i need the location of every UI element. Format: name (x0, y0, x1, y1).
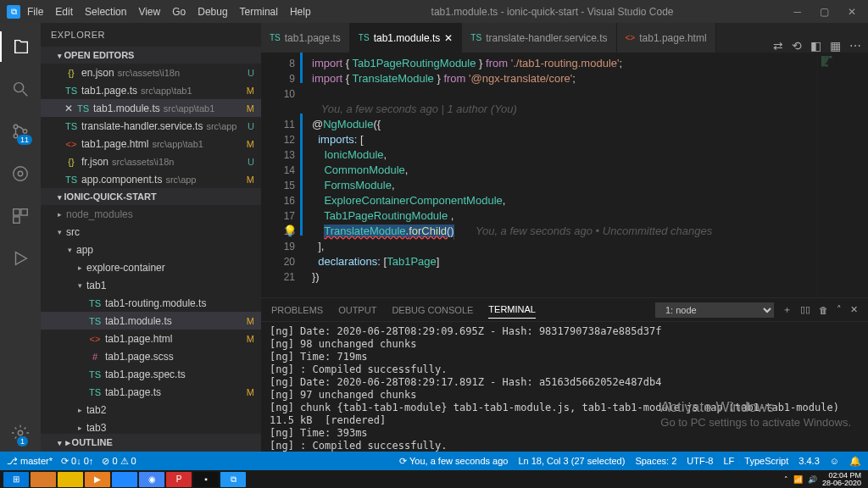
maximize-panel-icon[interactable]: ˄ (837, 304, 842, 315)
editor-tab[interactable]: TStranslate-handler.service.ts (462, 23, 616, 53)
editor-tab[interactable]: TStab1.page.ts (261, 23, 350, 53)
tree-item[interactable]: ▸node_modules (41, 205, 261, 223)
taskbar-item[interactable] (31, 472, 56, 487)
minimize-icon[interactable]: ─ (793, 6, 801, 18)
taskbar-vscode[interactable]: ⧉ (220, 472, 246, 487)
close-tab-icon[interactable]: ✕ (444, 32, 453, 44)
panel-header: PROBLEMSOUTPUTDEBUG CONSOLETERMINAL1: no… (261, 298, 868, 322)
tree-item[interactable]: TStab1-routing.module.ts (41, 294, 261, 312)
eol[interactable]: LF (723, 456, 734, 466)
menu-help[interactable]: Help (290, 6, 311, 18)
svg-rect-9 (14, 217, 19, 223)
taskbar-item[interactable]: ▶ (85, 472, 110, 487)
close-panel-icon[interactable]: ✕ (850, 304, 858, 315)
extensions-icon[interactable] (0, 201, 41, 231)
cursor-position[interactable]: Ln 18, Col 3 (27 selected) (518, 456, 625, 466)
menu-file[interactable]: File (27, 6, 43, 18)
editor-code[interactable]: 89101112131415161718192021 import { Tab1… (261, 53, 868, 297)
tree-item[interactable]: <>tab1.page.htmlM (41, 330, 261, 347)
tree-item[interactable]: ▸explore-container (41, 258, 261, 276)
system-tray[interactable]: ˄ 📶 🔊 02:04 PM28-06-2020 (784, 472, 865, 487)
tray-volume-icon[interactable]: 🔊 (808, 475, 817, 484)
open-editor-item[interactable]: TSapp.component.tssrc\appM (41, 170, 261, 188)
taskbar-item[interactable] (58, 472, 83, 487)
kill-terminal-icon[interactable]: 🗑 (819, 305, 828, 315)
code-lines[interactable]: import { Tab1PageRoutingModule } from '.… (305, 53, 817, 297)
open-editors-section[interactable]: OPEN EDITORS (41, 47, 261, 64)
indentation[interactable]: Spaces: 2 (635, 456, 676, 466)
tree-item[interactable]: TStab1.page.tsM (41, 383, 261, 401)
tree-item[interactable]: TStab1.page.spec.ts (41, 365, 261, 383)
taskbar-item[interactable] (112, 472, 137, 487)
debug-icon[interactable] (0, 158, 41, 189)
taskbar: ⊞ ▶ ◉ P ▪ ⧉ ˄ 📶 🔊 02:04 PM28-06-2020 (0, 470, 868, 488)
bell-icon[interactable]: 🔔 (849, 456, 861, 467)
status-bar: ⎇ master* ⟳ 0↓ 0↑ ⊘ 0 ⚠ 0 ⟳ You, a few s… (0, 452, 868, 470)
menu-terminal[interactable]: Terminal (240, 6, 278, 18)
compare-icon[interactable]: ⇄ (773, 39, 783, 53)
lightbulb-icon[interactable]: 💡 (283, 224, 297, 239)
feedback-icon[interactable]: ☺ (830, 456, 839, 466)
explorer-icon[interactable] (0, 31, 41, 62)
scm-badge: 11 (17, 135, 32, 145)
problems-count[interactable]: ⊘ 0 ⚠ 0 (102, 456, 136, 467)
open-editor-item[interactable]: <>tab1.page.htmlsrc\app\tab1M (41, 135, 261, 152)
start-button[interactable]: ⊞ (3, 472, 29, 487)
terminal-output[interactable]: [ng] Date: 2020-06-28T08:29:09.695Z - Ha… (261, 322, 868, 452)
split-icon[interactable]: ◧ (810, 39, 821, 53)
git-branch[interactable]: ⎇ master* (7, 456, 53, 467)
ts-version[interactable]: 3.4.3 (798, 456, 819, 466)
tree-item[interactable]: TStab1.module.tsM (41, 312, 261, 330)
menu-selection[interactable]: Selection (85, 6, 126, 18)
tree-item[interactable]: ▾src (41, 223, 261, 241)
minimap[interactable]: ███ ██ █████ █ █████████ ███████ ███ (817, 53, 868, 297)
window-controls: ─ ▢ ✕ (793, 6, 861, 18)
search-icon[interactable] (0, 74, 41, 104)
tray-wifi-icon[interactable]: 📶 (793, 475, 803, 484)
project-section[interactable]: IONIC-QUICK-START (41, 188, 261, 205)
menu-edit[interactable]: Edit (55, 6, 73, 18)
refresh-icon[interactable]: ⟲ (792, 39, 802, 53)
open-editor-item[interactable]: TStab1.page.tssrc\app\tab1M (41, 81, 261, 99)
tree-item[interactable]: ▸tab2 (41, 401, 261, 419)
maximize-icon[interactable]: ▢ (820, 6, 829, 18)
panel-tab-debug-console[interactable]: DEBUG CONSOLE (392, 302, 473, 319)
run-icon[interactable] (0, 243, 41, 274)
taskbar-item[interactable]: P (166, 472, 192, 487)
line-gutter: 89101112131415161718192021 (261, 53, 305, 297)
language[interactable]: TypeScript (744, 456, 788, 466)
svg-rect-8 (21, 209, 27, 215)
source-control-icon[interactable]: 11 (0, 116, 41, 147)
git-sync[interactable]: ⟳ 0↓ 0↑ (61, 456, 93, 467)
settings-gear-icon[interactable]: 1 (0, 418, 41, 448)
menu-go[interactable]: Go (172, 6, 186, 18)
layout-icon[interactable]: ▦ (830, 39, 841, 53)
new-terminal-icon[interactable]: ＋ (782, 303, 792, 316)
taskbar-item[interactable]: ▪ (193, 472, 219, 487)
open-editor-item[interactable]: {}fr.jsonsrc\assets\i18nU (41, 152, 261, 170)
open-editor-item[interactable]: ✕TStab1.module.tssrc\app\tab1M (41, 99, 261, 117)
menu-debug[interactable]: Debug (198, 6, 227, 18)
svg-point-5 (14, 167, 28, 181)
panel-tab-problems[interactable]: PROBLEMS (271, 302, 323, 319)
panel-tab-terminal[interactable]: TERMINAL (488, 301, 536, 319)
encoding[interactable]: UTF-8 (687, 456, 713, 466)
taskbar-item[interactable]: ◉ (139, 472, 164, 487)
open-editor-item[interactable]: {}en.jsonsrc\assets\i18nU (41, 64, 261, 81)
close-icon[interactable]: ✕ (848, 6, 856, 18)
panel-tab-output[interactable]: OUTPUT (338, 302, 376, 319)
tree-item[interactable]: #tab1.page.scss (41, 347, 261, 365)
open-editor-item[interactable]: TStranslate-handler.service.tssrc\appU (41, 117, 261, 135)
terminal-select[interactable]: 1: node (655, 302, 774, 318)
editor-tab[interactable]: TStab1.module.ts✕ (350, 23, 463, 53)
tree-item[interactable]: ▾tab1 (41, 276, 261, 294)
tray-chevron-icon[interactable]: ˄ (784, 475, 788, 484)
tree-item[interactable]: ▾app (41, 241, 261, 258)
blame-status[interactable]: ⟳ You, a few seconds ago (399, 456, 508, 467)
editor-tab[interactable]: <>tab1.page.html (617, 23, 716, 53)
outline-section[interactable]: ▾ OUTLINE (41, 434, 261, 452)
more-icon[interactable]: ⋯ (849, 39, 861, 53)
split-terminal-icon[interactable]: ▯▯ (800, 304, 810, 315)
tree-item[interactable]: ▸tab3 (41, 419, 261, 434)
menu-view[interactable]: View (138, 6, 160, 18)
